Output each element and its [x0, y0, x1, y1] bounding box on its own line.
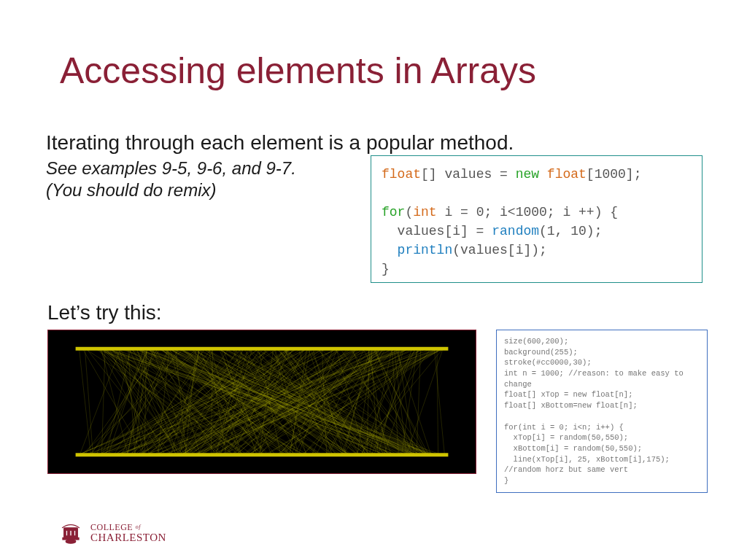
- keyword-int: int: [413, 205, 436, 219]
- keyword-float-2: float: [539, 167, 587, 182]
- note-line-1: See examples 9-5, 9-6, and 9-7.: [46, 158, 296, 178]
- svg-rect-321: [76, 453, 449, 456]
- logo-line-1: COLLEGE: [90, 522, 133, 532]
- logo-seal-icon: [58, 519, 83, 544]
- lines-visualization: [48, 330, 476, 473]
- fn-random: random: [492, 224, 539, 238]
- subtitle: Iterating through each element is a popu…: [46, 131, 514, 155]
- college-logo: COLLEGE of CHARLESTON: [58, 519, 166, 544]
- output-canvas: [47, 330, 476, 474]
- code-block-array-loop: float[] values = new float[1000]; for(in…: [371, 155, 703, 283]
- logo-of: of: [136, 524, 141, 530]
- keyword-for: for: [382, 205, 405, 219]
- code-text: values[i] =: [382, 224, 492, 238]
- code-text: i = 0; i<1000; i ++) {: [437, 205, 618, 219]
- svg-point-327: [66, 540, 76, 543]
- svg-line-167: [434, 349, 444, 455]
- note-line-2: (You should do remix): [46, 180, 216, 200]
- lets-try-label: Let’s try this:: [47, 301, 162, 324]
- code-text: }: [382, 262, 390, 276]
- code-text: [1000];: [587, 167, 642, 182]
- code-block-lines: size(600,200); background(255); stroke(#…: [496, 330, 708, 493]
- keyword-new: new: [516, 167, 539, 182]
- fn-println: println: [398, 243, 453, 257]
- code-text: [] values =: [421, 167, 516, 182]
- code-text: (1, 10);: [539, 224, 602, 238]
- svg-rect-320: [76, 347, 449, 351]
- svg-rect-323: [66, 530, 68, 536]
- slide-title: Accessing elements in Arrays: [60, 50, 536, 92]
- code-text: [382, 243, 398, 257]
- examples-note: See examples 9-5, 9-6, and 9-7. (You sho…: [46, 158, 296, 201]
- logo-text: COLLEGE of CHARLESTON: [90, 521, 166, 543]
- keyword-float: float: [382, 167, 421, 182]
- svg-rect-324: [70, 530, 72, 536]
- code-text: (: [405, 205, 413, 219]
- logo-line-2: CHARLESTON: [90, 532, 166, 543]
- svg-rect-325: [74, 530, 76, 536]
- code-text: (values[i]);: [452, 243, 547, 257]
